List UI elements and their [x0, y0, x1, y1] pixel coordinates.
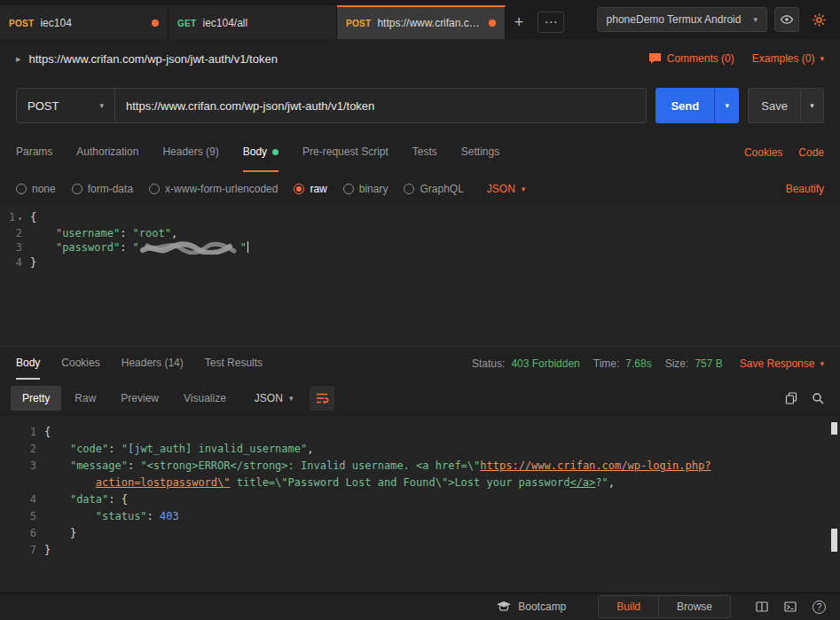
response-body-editor[interactable]: 1{2 "code": "[jwt_auth] invalid_username… [0, 417, 840, 593]
code-token: : [120, 241, 132, 254]
request-tabs-actions: Cookies Code [744, 133, 824, 172]
body-mode-raw[interactable]: raw [294, 183, 326, 195]
save-options-button[interactable]: ▾ [800, 88, 824, 123]
tab-tests[interactable]: Tests [412, 133, 437, 172]
code-text: "status": 403 [44, 508, 179, 525]
line-number: 1 [0, 424, 44, 441]
tab-settings[interactable]: Settings [461, 133, 499, 172]
tab-options-button[interactable]: ⋯ [538, 12, 564, 33]
body-mode-graphql[interactable]: GraphQL [404, 183, 463, 195]
code-text: "code": "[jwt_auth] invalid_username", [44, 441, 313, 458]
response-scrollbar-thumb[interactable] [831, 422, 837, 435]
url-input[interactable] [115, 88, 647, 123]
collapse-caret-icon[interactable]: ▸ [16, 53, 21, 65]
save-response-dropdown[interactable]: Save Response ▾ [740, 357, 824, 370]
request-tab-label: Headers (9) [162, 145, 218, 158]
response-tab-body[interactable]: Body [16, 347, 40, 380]
raw-language-label: JSON [487, 183, 515, 195]
response-url-link[interactable]: action=lostpassword\" [96, 476, 231, 489]
environment-name: phoneDemo Termux Android [607, 13, 742, 26]
url-bar: POST ▾ Send ▾ Save ▾ [0, 78, 840, 133]
response-tabs: BodyCookiesHeaders (14)Test Results [16, 347, 263, 380]
request-tab-iec104[interactable]: POSTiec104 [0, 5, 169, 39]
response-language-selector[interactable]: JSON ▾ [245, 386, 303, 411]
response-tab-headers-14[interactable]: Headers (14) [122, 347, 184, 380]
line-number [0, 475, 44, 491]
code-token: } [44, 544, 51, 556]
code-line: 1{ [0, 424, 840, 441]
console-button[interactable] [784, 601, 797, 612]
body-mode-form-data[interactable]: form-data [72, 183, 133, 195]
save-button-group: Save ▾ [748, 88, 824, 123]
code-token [44, 476, 96, 489]
text-cursor [247, 241, 248, 253]
response-tab-test-results[interactable]: Test Results [205, 347, 263, 380]
tab-authorization[interactable]: Authorization [76, 133, 138, 172]
view-pretty[interactable]: Pretty [11, 386, 61, 411]
bootcamp-button[interactable]: Bootcamp [497, 600, 566, 613]
code-link[interactable]: Code [798, 146, 824, 159]
password-redaction-scribble [140, 240, 239, 258]
code-text: "message": "<strong>ERROR</strong>: Inva… [44, 458, 710, 475]
response-language-label: JSON [255, 392, 283, 404]
body-mode-label: binary [359, 183, 389, 195]
code-token: "data" [70, 493, 108, 506]
comments-label: Comments (0) [667, 52, 734, 65]
code-token [44, 443, 70, 455]
response-header: BodyCookiesHeaders (14)Test Results Stat… [0, 346, 840, 380]
wrap-lines-button[interactable] [310, 386, 334, 411]
send-button[interactable]: Send [656, 88, 714, 123]
code-token: "[jwt_auth] invalid_username" [122, 443, 308, 455]
code-token: , [608, 476, 615, 489]
size-label: Size: [665, 357, 689, 370]
build-tab[interactable]: Build [599, 596, 658, 617]
new-tab-button[interactable]: + [506, 5, 532, 39]
send-options-button[interactable]: ▾ [714, 88, 739, 123]
fold-caret-icon[interactable]: ▾ [18, 215, 22, 223]
raw-language-selector[interactable]: JSON ▾ [487, 183, 526, 195]
graduation-cap-icon [497, 601, 511, 612]
split-pane-button[interactable] [756, 601, 768, 612]
cookies-link[interactable]: Cookies [744, 146, 782, 159]
response-url-link[interactable]: https://www.crifan.com/wp-login.php? [480, 459, 710, 472]
view-preview[interactable]: Preview [109, 386, 170, 411]
response-meta: Status: 403 Forbidden Time: 7.68s Size: … [465, 347, 824, 380]
tab-body[interactable]: Body [243, 133, 279, 172]
body-mode-none[interactable]: none [16, 183, 56, 195]
tab-headers-9[interactable]: Headers (9) [162, 133, 218, 172]
tab-params[interactable]: Params [16, 133, 52, 172]
view-raw[interactable]: Raw [63, 386, 107, 411]
save-button[interactable]: Save [748, 88, 800, 123]
request-body-editor[interactable]: 1▾{2 "username": "root",3 "password": ""… [0, 206, 840, 346]
settings-button[interactable] [806, 7, 831, 32]
code-text: { [44, 424, 51, 441]
response-scrollbar-thumb[interactable] [831, 529, 837, 552]
beautify-link[interactable]: Beautify [786, 183, 824, 195]
body-mode-x-www-form-urlencoded[interactable]: x-www-form-urlencoded [149, 183, 278, 195]
environment-selector[interactable]: phoneDemo Termux Android ▾ [597, 7, 767, 32]
response-tab-cookies[interactable]: Cookies [61, 347, 99, 380]
search-button[interactable] [812, 392, 824, 404]
browse-tab[interactable]: Browse [658, 596, 730, 617]
view-visualize[interactable]: Visualize [172, 386, 238, 411]
code-token: : [108, 493, 121, 506]
request-tab-iec104-all[interactable]: GETiec104/all [169, 5, 337, 39]
tab-pre-request-script[interactable]: Pre-request Script [302, 133, 389, 172]
request-tabs: ParamsAuthorizationHeaders (9)BodyPre-re… [16, 133, 499, 172]
environment-quick-look-button[interactable] [774, 7, 799, 32]
examples-dropdown[interactable]: Examples (0) ▾ [752, 52, 824, 65]
build-browse-switch: Build Browse [598, 595, 731, 618]
copy-button[interactable] [785, 392, 797, 404]
method-selector[interactable]: POST ▾ [16, 88, 115, 123]
code-line: 2 "username": "root", [0, 226, 840, 240]
body-set-dot [272, 149, 279, 155]
chevron-down-icon: ▾ [289, 394, 294, 403]
body-mode-binary[interactable]: binary [343, 183, 389, 195]
tab-title-label: iec104 [40, 17, 145, 29]
help-button[interactable]: ? [813, 600, 826, 614]
comments-link[interactable]: Comments (0) [648, 52, 734, 65]
request-tab-https-www-crifan-com[interactable]: POSThttps://www.crifan.com... [337, 5, 506, 39]
chevron-down-icon: ▾ [522, 184, 526, 193]
gear-icon [812, 12, 827, 27]
status-bar: Bootcamp Build Browse ? [0, 593, 840, 620]
